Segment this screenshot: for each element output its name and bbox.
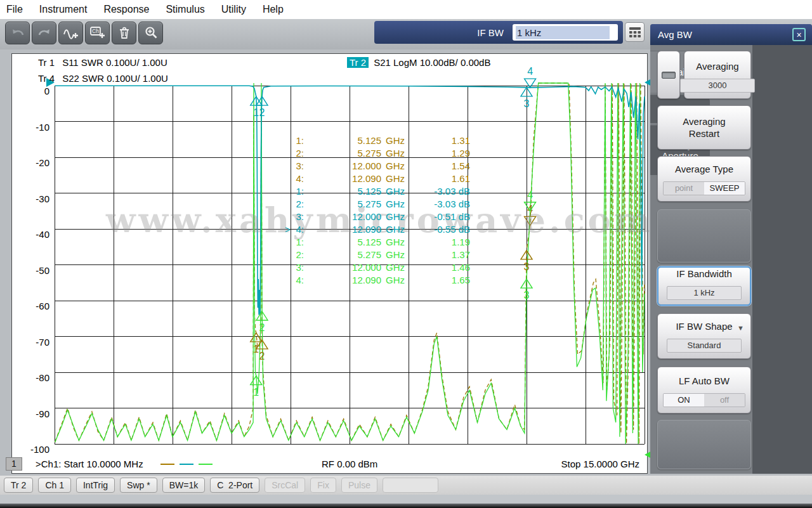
- y-tick-label: -100: [20, 445, 49, 455]
- legend-trace-2[interactable]: Tr 2S21 LogM 10.00dB/ 0.00dB: [347, 57, 490, 68]
- add-channel-button[interactable]: Ch: [85, 22, 110, 44]
- trash-icon: [116, 25, 133, 42]
- lf-auto-bw-button[interactable]: LF Auto BW ON off: [657, 367, 751, 414]
- active-marker-arrow: >: [285, 224, 291, 235]
- y-tick-label: -60: [20, 301, 49, 311]
- rf-power-label: RF 0.00 dBm: [322, 459, 377, 469]
- marker-readout-row: 1:5.125GHz-3.03 dB: [266, 186, 475, 199]
- channel-badge: 1: [6, 457, 22, 471]
- y-tick-label: -50: [20, 266, 49, 276]
- menu-bar: FileInstrumentResponseStimulusUtilityHel…: [0, 0, 812, 19]
- delete-button[interactable]: [112, 22, 136, 44]
- status-fix[interactable]: Fix: [310, 478, 336, 493]
- svg-text:4: 4: [527, 66, 533, 77]
- keypad-button[interactable]: [625, 22, 645, 42]
- status-tr-2[interactable]: Tr 2: [4, 478, 33, 493]
- svg-text:2: 2: [259, 322, 265, 333]
- chevron-down-icon: ▼: [737, 324, 744, 332]
- marker-readout-row: 4:12.090GHz1.61: [266, 173, 475, 186]
- panel-body: Main Smoothing Delay Aperture Averaging …: [650, 45, 812, 474]
- status-swp-[interactable]: Swp *: [120, 478, 157, 493]
- trace-2-tag: Tr 2: [347, 57, 369, 68]
- marker-readout-row: 2:5.275GHz1.37: [266, 249, 475, 262]
- panel-title: Avg BW: [658, 29, 692, 40]
- zoom-button[interactable]: [138, 22, 163, 44]
- averaging-button[interactable]: Averaging 3000: [684, 51, 751, 99]
- undo-icon: [10, 25, 26, 42]
- lf-auto-bw-on-option[interactable]: ON: [664, 394, 704, 407]
- stimulus-footer: >Ch1: Start 10.0000 MHz RF 0.00 dBm Stop…: [12, 459, 648, 472]
- undo-button[interactable]: [5, 22, 30, 44]
- trace-1-tag: Tr 1: [36, 57, 57, 68]
- close-icon[interactable]: ×: [792, 28, 806, 41]
- lf-auto-bw-segmented: ON off: [663, 393, 745, 407]
- lf-auto-bw-off-option[interactable]: off: [704, 394, 745, 407]
- svg-text:2: 2: [259, 351, 265, 361]
- if-bw-value: 1 kHz: [516, 26, 610, 39]
- stop-frequency-label: Stop 15.0000 GHz: [561, 459, 639, 469]
- if-bw-input[interactable]: 1 kHz: [513, 24, 618, 41]
- y-tick-label: -90: [20, 409, 49, 419]
- if-bw-bar: IF BW 1 kHz: [374, 21, 623, 44]
- blank-button: [657, 420, 751, 469]
- bottom-strip: [0, 495, 812, 504]
- status-c-2-port[interactable]: C 2-Port: [210, 478, 259, 493]
- status-inttrig[interactable]: IntTrig: [76, 478, 115, 493]
- legend-trace-4[interactable]: Tr 4S22 SWR 0.100U/ 1.00U: [36, 73, 168, 84]
- chart-panel: 123412341234 www.xahymicrowave.com Tr 1S…: [11, 53, 648, 474]
- trace-4-tag: Tr 4: [36, 73, 57, 84]
- redo-icon: [36, 25, 53, 42]
- svg-text:3: 3: [524, 290, 530, 301]
- svg-text:3: 3: [524, 261, 530, 272]
- trace-1-format: S11 SWR 0.100U/ 1.00U: [62, 57, 167, 68]
- averaging-restart-button[interactable]: Averaging Restart: [657, 105, 751, 150]
- average-type-point-option[interactable]: point: [664, 182, 704, 195]
- svg-text:4: 4: [527, 190, 533, 200]
- status-bar: Tr 2Ch 1IntTrigSwp *BW=1kC 2-PortSrcCalF…: [0, 476, 812, 495]
- status-bw-1k[interactable]: BW=1k: [162, 478, 206, 493]
- marker-readout-row: >4:12.090GHz-0.55 dB: [266, 224, 475, 237]
- if-bandwidth-value: 1 kHz: [667, 286, 742, 300]
- window-bottom-edge: [0, 504, 812, 508]
- y-tick-label: 0: [20, 86, 49, 96]
- marker-readout-row: 3:12.000GHz1.54: [266, 160, 475, 173]
- status-empty[interactable]: [383, 478, 438, 493]
- marker-readout-row: 4:12.090GHz1.65: [266, 275, 475, 287]
- menu-stimulus[interactable]: Stimulus: [166, 4, 204, 15]
- y-tick-label: -70: [20, 337, 49, 348]
- menu-help[interactable]: Help: [263, 4, 284, 15]
- menu-response[interactable]: Response: [103, 4, 149, 15]
- svg-text:3: 3: [524, 98, 530, 109]
- status-ch-1[interactable]: Ch 1: [38, 478, 71, 493]
- legend-trace-1[interactable]: Tr 1S11 SWR 0.100U/ 1.00U: [36, 57, 167, 68]
- svg-text:2: 2: [259, 107, 265, 118]
- y-tick-label: -40: [20, 230, 49, 240]
- if-bw-label: IF BW: [477, 27, 504, 38]
- y-tick-label: -80: [20, 373, 49, 383]
- menu-utility[interactable]: Utility: [221, 4, 246, 15]
- status-pulse[interactable]: Pulse: [341, 478, 377, 493]
- panel-tab-column: [752, 45, 812, 474]
- menu-instrument[interactable]: Instrument: [39, 4, 88, 15]
- trace-2-format: S21 LogM 10.00dB/ 0.00dB: [374, 57, 490, 68]
- marker-readout-row: 1:5.125GHz1.19: [266, 237, 475, 249]
- trace-color-dashes: [160, 464, 213, 465]
- average-type-sweep-option[interactable]: SWEEP: [704, 182, 745, 195]
- average-type-button[interactable]: Average Type point SWEEP: [657, 156, 751, 202]
- marker-readout-row: 2:5.275GHz-3.03 dB: [266, 199, 475, 211]
- add-trace-button[interactable]: [58, 22, 83, 44]
- trace-4-format: S22 SWR 0.100U/ 1.00U: [62, 73, 168, 84]
- redo-button[interactable]: [32, 22, 56, 44]
- menu-file[interactable]: File: [6, 4, 23, 15]
- marker-readout-row: 3:12.000GHz1.46: [266, 262, 475, 275]
- if-bandwidth-button[interactable]: IF Bandwidth 1 kHz: [657, 266, 751, 306]
- averaging-toggle-button[interactable]: [657, 51, 680, 99]
- status-srccal[interactable]: SrcCal: [265, 478, 305, 493]
- if-bw-shape-value: Standard: [667, 339, 742, 353]
- if-bw-shape-button[interactable]: IF BW Shape ▼ Standard: [657, 313, 751, 359]
- trace-dash-icon: [199, 464, 213, 465]
- magnifier-plus-icon: [143, 25, 159, 42]
- svg-text:1: 1: [253, 387, 259, 398]
- marker-readout-row: 1:5.125GHz1.31: [266, 135, 475, 148]
- svg-text:Ch: Ch: [92, 28, 99, 34]
